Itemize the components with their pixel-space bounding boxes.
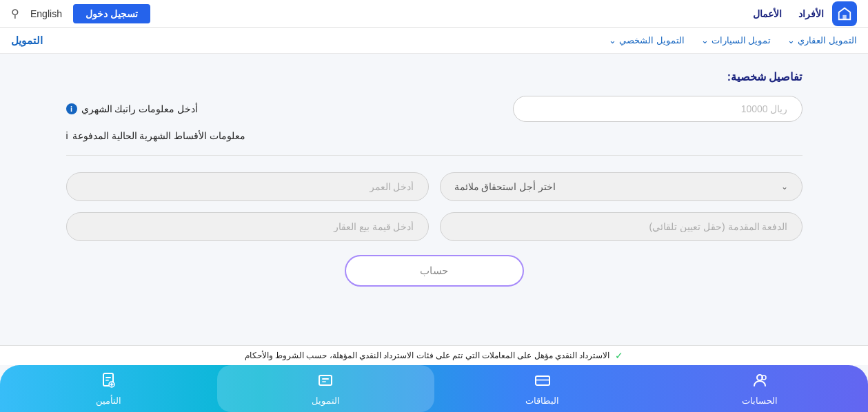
down-payment-input[interactable] [440, 212, 803, 241]
header-nav: الأفراد الأعمال [753, 8, 824, 19]
svg-rect-0 [842, 14, 847, 19]
chevron-down-icon: ⌄ [781, 182, 788, 192]
subnav-real-estate-label: التمويل العقاري [798, 35, 857, 45]
search-icon[interactable]: ⚲ [11, 7, 19, 20]
section-divider [66, 155, 803, 156]
nav-individuals[interactable]: الأفراد [798, 8, 824, 19]
login-button[interactable]: تسجيل دخول [73, 4, 150, 23]
fields-grid: ⌄ اختر أجل استحقاق ملائمة [66, 172, 803, 241]
subnav-real-estate[interactable]: التمويل العقاري ⌄ [787, 35, 857, 45]
language-toggle[interactable]: English [30, 8, 62, 19]
eligibility-placeholder: اختر أجل استحقاق ملائمة [454, 181, 556, 192]
subnav: التمويل العقاري ⌄ تمويل السيارات ⌄ التمو… [0, 28, 868, 54]
header-left: تسجيل دخول English ⚲ [11, 4, 150, 23]
subnav-personal[interactable]: التمويل الشخصي ⌄ [609, 35, 685, 45]
salary-label: أدخل معلومات راتبك الشهري i [66, 103, 199, 114]
main-content: تفاصيل شخصية: أدخل معلومات راتبك الشهري … [55, 54, 814, 287]
eligibility-dropdown[interactable]: ⌄ اختر أجل استحقاق ملائمة [440, 172, 803, 201]
subnav-cars[interactable]: تمويل السيارات ⌄ [701, 35, 771, 45]
chevron-down-icon: ⌄ [701, 35, 709, 45]
section-title: تفاصيل شخصية: [66, 70, 803, 83]
logo-icon [832, 1, 857, 26]
salary-input-wrap [513, 96, 803, 122]
installments-label-text: معلومات الأقساط الشهرية الحالية المدفوعة [72, 130, 246, 141]
nav-business[interactable]: الأعمال [753, 8, 782, 19]
subnav-cars-label: تمويل السيارات [711, 35, 771, 45]
age-input[interactable] [66, 172, 429, 201]
salary-input[interactable] [513, 96, 803, 122]
salary-row: أدخل معلومات راتبك الشهري i [66, 96, 803, 122]
property-value-input[interactable] [66, 212, 429, 241]
salary-label-text: أدخل معلومات راتبك الشهري [81, 103, 199, 114]
subnav-title: التمويل [11, 34, 43, 47]
info-icon: i [66, 103, 77, 114]
calc-button[interactable]: حساب [345, 255, 524, 287]
subnav-personal-label: التمويل الشخصي [619, 35, 685, 45]
subnav-items: التمويل العقاري ⌄ تمويل السيارات ⌄ التمو… [609, 35, 857, 45]
installments-label: معلومات الأقساط الشهرية الحالية المدفوعة… [66, 130, 246, 141]
chevron-down-icon: ⌄ [609, 35, 616, 45]
info-icon-2: i [66, 130, 68, 141]
installments-row: معلومات الأقساط الشهرية الحالية المدفوعة… [66, 130, 803, 141]
header: الأفراد الأعمال تسجيل دخول English ⚲ [0, 0, 868, 28]
calc-btn-wrap: حساب [66, 255, 803, 287]
chevron-down-icon: ⌄ [787, 35, 795, 45]
header-right: الأفراد الأعمال [753, 1, 857, 26]
